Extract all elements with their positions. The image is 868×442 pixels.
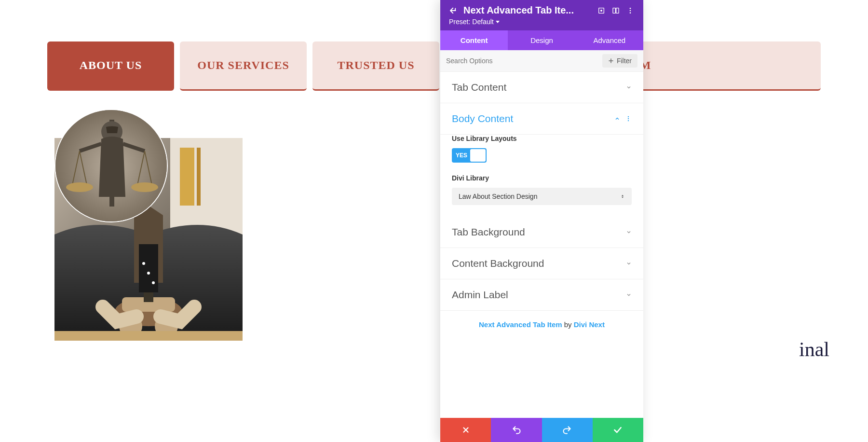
panel-tab-design[interactable]: Design	[508, 30, 575, 50]
svg-rect-20	[613, 8, 615, 13]
back-icon[interactable]	[449, 6, 458, 15]
panel-title: Next Advanced Tab Ite...	[463, 5, 591, 16]
sort-icon	[620, 193, 625, 200]
cancel-button[interactable]	[440, 418, 491, 442]
undo-icon	[512, 425, 521, 435]
svg-point-16	[66, 182, 93, 192]
svg-point-24	[630, 12, 631, 14]
module-settings-panel: Next Advanced Tab Ite... Preset: Default…	[440, 0, 643, 442]
section-title-admin-label: Admin Label	[452, 289, 508, 301]
svg-point-17	[131, 182, 158, 192]
expand-icon[interactable]	[597, 6, 606, 15]
credits-by: by	[562, 320, 574, 329]
search-row: Filter	[440, 50, 643, 72]
panel-tab-content[interactable]: Content	[440, 30, 508, 50]
divi-library-label: Divi Library	[452, 174, 632, 182]
section-title-tab-background: Tab Background	[452, 226, 525, 238]
caret-down-icon	[496, 21, 500, 23]
svg-rect-3	[197, 148, 201, 206]
tab-our-services[interactable]: OUR SERVICES	[180, 41, 307, 91]
credits-author-link[interactable]: Divi Next	[574, 320, 605, 329]
svg-point-26	[628, 118, 629, 119]
svg-rect-13	[54, 331, 243, 341]
module-credits: Next Advanced Tab Item by Divi Next	[440, 311, 643, 338]
chevron-down-icon	[626, 292, 632, 298]
filter-button[interactable]: Filter	[602, 54, 637, 68]
search-input[interactable]	[446, 57, 602, 65]
divi-library-value: Law About Section Design	[459, 193, 537, 200]
use-library-toggle[interactable]: YES	[452, 148, 487, 163]
partial-hidden-text: inal	[799, 338, 829, 361]
svg-point-12	[152, 281, 155, 284]
redo-icon	[562, 425, 572, 435]
chevron-up-icon	[614, 116, 620, 122]
filter-label: Filter	[617, 57, 632, 65]
divi-library-select[interactable]: Law About Section Design	[452, 188, 632, 205]
save-button[interactable]	[593, 418, 643, 442]
svg-rect-2	[180, 148, 194, 206]
tab-trusted-us[interactable]: TRUSTED US	[312, 41, 439, 91]
svg-rect-21	[616, 8, 619, 13]
preset-label: Preset:	[449, 18, 470, 26]
lady-justice-circle-image	[54, 109, 168, 222]
svg-point-19	[601, 10, 602, 11]
credits-module-link[interactable]: Next Advanced Tab Item	[479, 320, 562, 329]
panel-footer	[440, 418, 643, 442]
svg-point-23	[630, 10, 631, 11]
sections-list: Tab Content Body Content Use Library Lay…	[440, 72, 643, 418]
body-content-fields: Use Library Layouts YES Divi Library Law…	[440, 135, 643, 217]
svg-point-25	[628, 116, 629, 117]
section-tab-background[interactable]: Tab Background	[440, 217, 643, 248]
panel-header: Next Advanced Tab Ite... Preset: Default	[440, 0, 643, 30]
chevron-down-icon	[626, 261, 632, 266]
lady-justice-svg	[55, 110, 168, 222]
panel-tab-advanced[interactable]: Advanced	[576, 30, 643, 50]
dots-vertical-icon[interactable]	[625, 115, 632, 122]
section-body-content[interactable]: Body Content	[440, 103, 643, 135]
section-title-tab-content: Tab Content	[452, 82, 506, 93]
tab-about-us[interactable]: ABOUT US	[47, 41, 174, 91]
chevron-down-icon	[626, 84, 632, 90]
svg-point-22	[630, 8, 631, 9]
redo-button[interactable]	[542, 418, 593, 442]
panel-tabs: Content Design Advanced	[440, 30, 643, 50]
toggle-yes-label: YES	[452, 152, 467, 159]
undo-button[interactable]	[491, 418, 542, 442]
close-icon	[461, 426, 470, 434]
section-title-content-background: Content Background	[452, 258, 544, 269]
section-title-body-content: Body Content	[452, 113, 513, 124]
svg-point-11	[147, 272, 150, 275]
section-content-background[interactable]: Content Background	[440, 248, 643, 279]
chevron-down-icon	[626, 229, 632, 235]
menu-dots-icon[interactable]	[626, 6, 635, 15]
preset-selector[interactable]: Preset: Default	[449, 18, 635, 26]
section-tab-content[interactable]: Tab Content	[440, 72, 643, 103]
toggle-knob	[470, 149, 486, 162]
page-tabs: ABOUT US OUR SERVICES TRUSTED US TEAM	[0, 0, 868, 91]
svg-point-10	[142, 262, 145, 265]
plus-icon	[608, 58, 614, 64]
preset-value: Default	[472, 18, 493, 26]
use-library-label: Use Library Layouts	[452, 135, 632, 142]
about-us-image-block	[54, 109, 243, 312]
section-admin-label[interactable]: Admin Label	[440, 279, 643, 311]
check-icon	[613, 425, 623, 435]
columns-icon[interactable]	[611, 6, 620, 15]
svg-point-27	[628, 120, 629, 121]
